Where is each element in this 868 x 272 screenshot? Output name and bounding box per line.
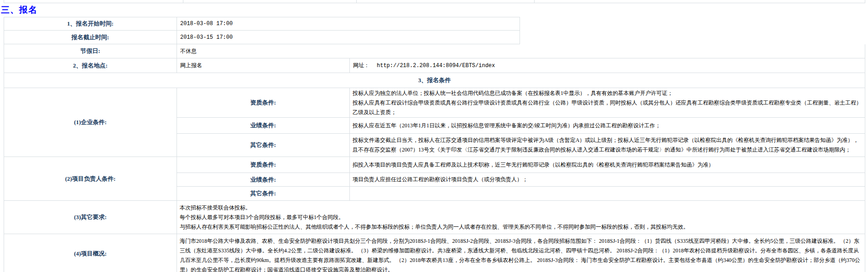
other-conditions-paragraph: 投标文件递交截止日当天，投标人在江苏交通项目的信用档案等级评定中被评为A级（含暂… <box>353 136 862 155</box>
table-divider <box>534 0 535 3</box>
requirement-line: 与招标人存在利害关系可能影响招标公正性的法人、其他组织或者个人，不得参加本标段的… <box>180 222 862 232</box>
qualification-paragraph: 拟投入本项目的项目负责人应具备工程师及以上技术职称，近三年无行贿犯罪记录（以检察… <box>353 160 862 170</box>
manager-qualification-text: 拟投入本项目的项目负责人应具备工程师及以上技术职称，近三年无行贿犯罪记录（以检察… <box>349 157 865 173</box>
enterprise-other-text: 投标文件递交截止日当天，投标人在江苏交通项目的信用档案等级评定中被评为A级（含暂… <box>349 134 865 157</box>
table-row-holiday: 节假日: 不休息 <box>4 44 865 58</box>
table-row-conditions-header: 3、报名条件 <box>4 73 865 88</box>
manager-other-label: 其它条件: <box>177 187 349 200</box>
signup-url-cell: 网址： http://218.2.208.144:8094/EBTS/index <box>349 58 865 73</box>
enterprise-qualification-text: 投标人应为独立的法人单位；投标人统一社会信用代码信息已成功备案（在投标报名表1中… <box>349 88 865 117</box>
table-divider <box>356 0 357 3</box>
table-row-manager-conditions: (2)项目负责人条件: 资质条件: 拟投入本项目的项目负责人应具备工程师及以上技… <box>4 157 865 201</box>
manager-performance-text: 项目负责人应担任过公路工程的勘察设计项目负责人（或分项负责人）； <box>349 173 865 186</box>
signup-place-label: 2、报名地点: <box>4 58 177 73</box>
holiday-value: 不休息 <box>177 44 865 58</box>
manager-other-text <box>349 187 865 200</box>
enterprise-other-label: 其它条件: <box>177 134 349 157</box>
overview-paragraph: 海门市2018年公路大中修及农路、农桥、生命安全防护勘察设计项目共划分三个合同段… <box>180 236 862 272</box>
enterprise-performance-text: 投标人应在近五年（2013年1月1日以来，以招投标信息管理系统中备案的交/竣工时… <box>349 118 865 133</box>
conditions-header: 3、报名条件 <box>418 76 451 84</box>
qualification-paragraph: 投标人应为独立的法人单位；投标人统一社会信用代码信息已成功备案（在投标报名表1中… <box>353 89 862 98</box>
registration-table: 1、报名开始时间: 2018-03-08 17:00 报名截止时间: 2018-… <box>4 17 865 272</box>
section-title: 三、报名 <box>1 4 37 16</box>
table-row-signup-end: 报名截止时间: 2018-03-15 17:00 <box>4 31 520 44</box>
previous-table-bottom-strip <box>4 0 865 3</box>
requirement-line: 每个投标人最多可对本项目3个合同段投标，最多可中标1个合同段。 <box>180 213 862 222</box>
manager-conditions-label: (2)项目负责人条件: <box>4 157 177 200</box>
manager-other-row: 其它条件: <box>177 187 865 200</box>
signup-start-label: 1、报名开始时间: <box>4 17 177 30</box>
manager-performance-label: 业绩条件: <box>177 173 349 186</box>
requirement-line: 本次招标不接受联合体投标。 <box>180 203 862 213</box>
signup-place-value: 网上报名 <box>177 58 349 73</box>
signup-end-value: 2018-03-15 17:00 <box>177 31 520 44</box>
enterprise-conditions-label: (1)企业条件: <box>4 88 177 157</box>
table-divider <box>183 0 183 3</box>
enterprise-conditions-subtable: 资质条件: 投标人应为独立的法人单位；投标人统一社会信用代码信息已成功备案（在投… <box>177 88 865 157</box>
qualification-paragraph: 投标人应具有工程设计综合甲级资质或具有公路行业甲级设计资质或具有公路行业（公路）… <box>353 98 862 117</box>
manager-conditions-subtable: 资质条件: 拟投入本项目的项目负责人应具备工程师及以上技术职称，近三年无行贿犯罪… <box>177 157 865 200</box>
enterprise-other-row: 其它条件: 投标文件递交截止日当天，投标人在江苏交通项目的信用档案等级评定中被评… <box>177 134 865 157</box>
table-row-signup-start: 1、报名开始时间: 2018-03-08 17:00 <box>4 17 520 31</box>
other-requirements-text: 本次招标不接受联合体投标。 每个投标人最多可对本项目3个合同段投标，最多可中标1… <box>177 201 865 234</box>
registration-page: 三、报名 1、报名开始时间: 2018-03-08 17:00 报名截止时间: … <box>0 0 868 272</box>
enterprise-qualification-label: 资质条件: <box>177 88 349 117</box>
other-requirements-label: (3)其它要求: <box>4 201 177 234</box>
project-overview-label: (4)项目概况: <box>4 234 177 272</box>
enterprise-qualification-row: 资质条件: 投标人应为独立的法人单位；投标人统一社会信用代码信息已成功备案（在投… <box>177 88 865 118</box>
enterprise-performance-label: 业绩条件: <box>177 118 349 133</box>
signup-end-label: 报名截止时间: <box>4 31 177 44</box>
project-overview-text: 海门市2018年公路大中修及农路、农桥、生命安全防护勘察设计项目共划分三个合同段… <box>177 234 865 272</box>
url-prefix-label: 网址： <box>353 62 369 69</box>
holiday-label: 节假日: <box>4 44 177 58</box>
manager-qualification-row: 资质条件: 拟投入本项目的项目负责人应具备工程师及以上技术职称，近三年无行贿犯罪… <box>177 157 865 173</box>
table-row-enterprise-conditions: (1)企业条件: 资质条件: 投标人应为独立的法人单位；投标人统一社会信用代码信… <box>4 88 865 157</box>
table-row-signup-place: 2、报名地点: 网上报名 网址： http://218.2.208.144:80… <box>4 58 865 73</box>
table-row-other-requirements: (3)其它要求: 本次招标不接受联合体投标。 每个投标人最多可对本项目3个合同段… <box>4 201 865 234</box>
performance-paragraph: 项目负责人应担任过公路工程的勘察设计项目负责人（或分项负责人）； <box>353 175 862 184</box>
signup-start-value: 2018-03-08 17:00 <box>177 17 520 30</box>
table-row-project-overview: (4)项目概况: 海门市2018年公路大中修及农路、农桥、生命安全防护勘察设计项… <box>4 234 865 272</box>
enterprise-performance-row: 业绩条件: 投标人应在近五年（2013年1月1日以来，以招投标信息管理系统中备案… <box>177 118 865 134</box>
manager-performance-row: 业绩条件: 项目负责人应担任过公路工程的勘察设计项目负责人（或分项负责人）； <box>177 173 865 187</box>
performance-paragraph: 投标人应在近五年（2013年1月1日以来，以招投标信息管理系统中备案的交/竣工时… <box>353 121 862 131</box>
signup-url: http://218.2.208.144:8094/EBTS/index <box>377 63 495 69</box>
manager-qualification-label: 资质条件: <box>177 157 349 173</box>
